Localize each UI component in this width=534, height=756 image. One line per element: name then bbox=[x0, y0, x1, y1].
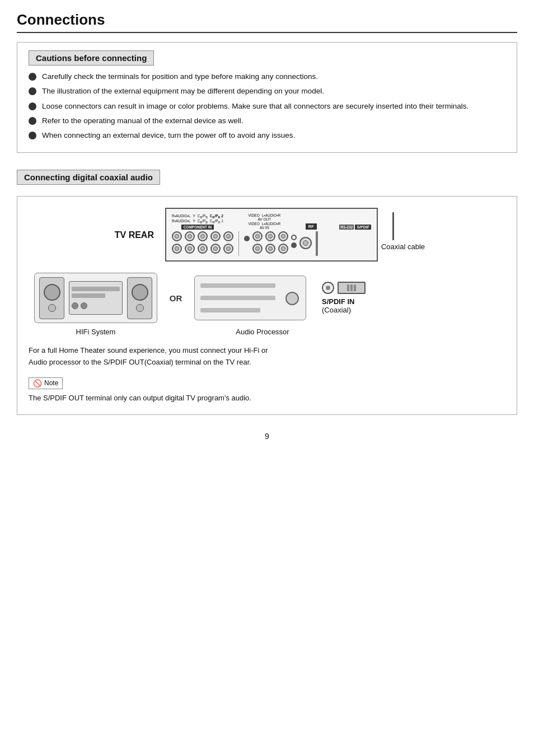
spdif-port bbox=[322, 282, 366, 294]
page-number: 9 bbox=[17, 432, 517, 441]
tv-rear-label: TV REAR bbox=[109, 230, 154, 240]
processor-bar-1 bbox=[200, 283, 275, 288]
hifi-system bbox=[34, 273, 157, 323]
note-text: The S/PDIF OUT terminal only can output … bbox=[29, 393, 505, 404]
component-in-label: COMPONENT IN bbox=[181, 225, 214, 230]
coaxial-cable-label: Coaxial cable bbox=[381, 242, 425, 251]
cautions-section: Cautions before connecting Carefully che… bbox=[17, 42, 517, 153]
bullet-icon bbox=[29, 102, 36, 110]
spdif-block-connector bbox=[338, 282, 366, 294]
note-box: 🚫 Note The S/PDIF OUT terminal only can … bbox=[29, 377, 505, 404]
left-speaker bbox=[39, 277, 64, 319]
page-title: Connections bbox=[17, 11, 517, 33]
connecting-section: Connecting digital coaxial audio TV REAR… bbox=[17, 170, 517, 415]
caption-text: For a full Home Theater sound experience… bbox=[29, 345, 505, 368]
audio-processor-label: Audio Processor bbox=[207, 328, 318, 336]
bullet-icon bbox=[29, 117, 36, 125]
note-label: 🚫 Note bbox=[29, 377, 63, 389]
processor-bar-3 bbox=[200, 308, 260, 312]
diagram-box: TV REAR R•AUDIO•LYCB/PBCR/PR 2 R•AUDIO•L… bbox=[17, 196, 517, 415]
bullet-icon bbox=[29, 132, 36, 139]
tv-rear-panel: R•AUDIO•LYCB/PBCR/PR 2 R•AUDIO•LYCB/PBCR… bbox=[165, 208, 378, 262]
spdif-inner bbox=[326, 286, 330, 290]
rf-label: RF bbox=[306, 223, 317, 230]
caution-item-1: Carefully check the terminals for positi… bbox=[29, 71, 505, 82]
rf-port bbox=[299, 237, 312, 249]
spdif-in-label: S/PDIF IN bbox=[322, 297, 355, 306]
right-speaker bbox=[127, 277, 152, 319]
speaker-cone bbox=[132, 284, 148, 301]
coaxial-side: Coaxial cable bbox=[381, 208, 425, 251]
coaxial-wire bbox=[392, 212, 394, 240]
note-icon: 🚫 bbox=[33, 379, 42, 388]
caution-item-2: The illustration of the external equipme… bbox=[29, 86, 505, 97]
rs232-label: RS-232 bbox=[339, 225, 354, 230]
caution-item-3: Loose connectors can result in image or … bbox=[29, 101, 505, 112]
small-dot-port bbox=[244, 236, 250, 241]
bullet-icon bbox=[29, 87, 36, 95]
component-in-ports bbox=[172, 231, 233, 254]
speaker-cone bbox=[44, 284, 60, 301]
tv-rear-area: TV REAR R•AUDIO•LYCB/PBCR/PR 2 R•AUDIO•L… bbox=[29, 208, 505, 262]
amp-unit bbox=[69, 281, 123, 315]
av-ports bbox=[252, 231, 288, 254]
caution-item-5: When connecting an external device, turn… bbox=[29, 130, 505, 141]
speaker-tweeter bbox=[48, 304, 56, 312]
indicator-area bbox=[291, 235, 297, 248]
processor-bar-2 bbox=[200, 296, 275, 300]
bullet-icon bbox=[29, 73, 36, 81]
connecting-header: Connecting digital coaxial audio bbox=[17, 170, 160, 185]
devices-row: OR bbox=[29, 273, 505, 323]
device-labels: HIFi System Audio Processor bbox=[29, 328, 505, 336]
cautions-header: Cautions before connecting bbox=[29, 50, 154, 66]
spdif-pin-3 bbox=[354, 284, 356, 291]
processor-knob bbox=[285, 292, 299, 305]
panel-divider bbox=[238, 231, 239, 256]
or-label: OR bbox=[167, 293, 184, 303]
caution-item-4: Refer to the operating manual of the ext… bbox=[29, 115, 505, 127]
cautions-list: Carefully check the terminals for positi… bbox=[29, 71, 505, 141]
speaker-tweeter bbox=[136, 304, 144, 312]
hifi-system-label: HIFi System bbox=[34, 328, 157, 336]
rs232-spdif-strip bbox=[316, 231, 318, 256]
spdif-connector: S/PDIF IN (Coaxial) bbox=[322, 282, 366, 314]
spdif-panel-label: S/PDIF bbox=[355, 225, 371, 230]
spdif-circle-port bbox=[322, 282, 334, 294]
port-area bbox=[172, 231, 371, 256]
spdif-pin-1 bbox=[347, 284, 349, 291]
spdif-pin-2 bbox=[350, 284, 353, 291]
spdif-coaxial-label: (Coaxial) bbox=[322, 306, 351, 314]
audio-processor bbox=[194, 276, 306, 320]
